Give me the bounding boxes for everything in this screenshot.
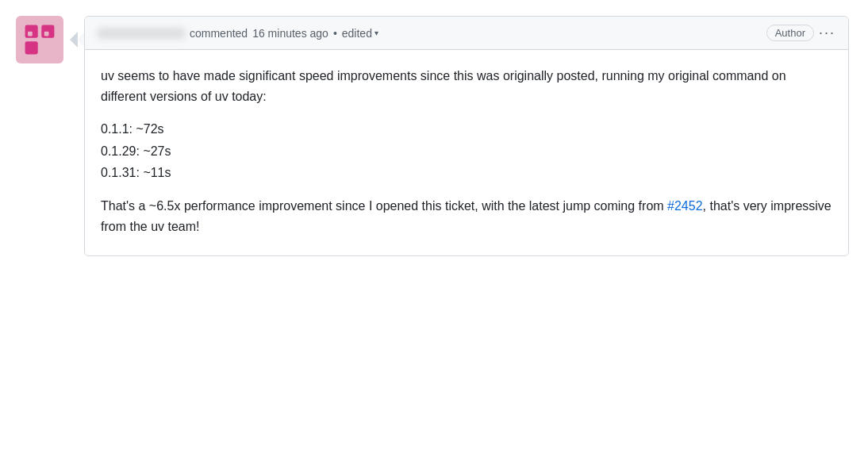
header-meta: commented 16 minutes ago • edited ▾	[190, 27, 762, 40]
author-badge: Author	[766, 25, 814, 41]
comment-wrapper: commented 16 minutes ago • edited ▾ Auth…	[16, 16, 849, 256]
edited-dropdown[interactable]: edited ▾	[342, 27, 378, 40]
chevron-down-icon: ▾	[374, 29, 378, 37]
svg-rect-5	[44, 32, 49, 36]
edited-label: edited	[342, 27, 372, 40]
versions-list: 0.1.1: ~72s 0.1.29: ~27s 0.1.31: ~11s	[101, 119, 832, 183]
version-line-3: 0.1.31: ~11s	[101, 163, 832, 183]
paragraph-1: uv seems to have made significant speed …	[101, 66, 832, 106]
comment-time: 16 minutes ago	[252, 27, 328, 40]
svg-rect-4	[28, 32, 33, 36]
svg-rect-3	[41, 41, 54, 54]
comment-action: commented	[190, 27, 248, 40]
separator: •	[333, 27, 337, 40]
avatar	[16, 16, 63, 63]
issue-link[interactable]: #2452	[667, 199, 703, 213]
arrow-connector	[70, 32, 84, 48]
username-blur	[98, 28, 185, 39]
paragraph-2: That's a ~6.5x performance improvement s…	[101, 196, 832, 236]
comment-box: commented 16 minutes ago • edited ▾ Auth…	[84, 16, 849, 256]
version-line-2: 0.1.29: ~27s	[101, 141, 832, 162]
version-line-1: 0.1.1: ~72s	[101, 119, 832, 140]
paragraph-2-before-link: That's a ~6.5x performance improvement s…	[101, 199, 667, 213]
svg-rect-6	[28, 44, 33, 49]
avatar-icon	[21, 21, 58, 58]
avatar-area	[16, 16, 63, 63]
comment-header: commented 16 minutes ago • edited ▾ Auth…	[85, 17, 848, 50]
more-options-button[interactable]: ···	[819, 25, 835, 41]
comment-body: uv seems to have made significant speed …	[85, 50, 848, 255]
